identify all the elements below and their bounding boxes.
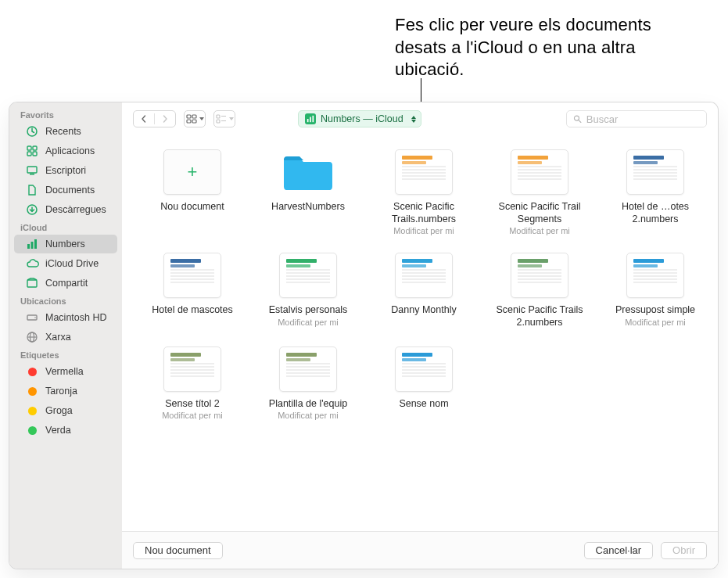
group-icon (214, 111, 235, 127)
open-button[interactable]: Obrir (661, 542, 707, 559)
tile-subtitle: Modificat per mi (278, 411, 339, 420)
chevron-updown-icon (411, 116, 416, 123)
sidebar-item-descàrregues[interactable]: Descàrregues (14, 200, 117, 219)
sidebar-item-label: iCloud Drive (45, 258, 99, 269)
file-thumb (163, 253, 221, 298)
svg-rect-10 (34, 239, 37, 249)
file-tile[interactable]: Scenic Pacific Trail SegmentsModificat p… (485, 149, 594, 235)
sidebar-item-label: Aplicacions (45, 145, 95, 156)
tag-icon (25, 364, 39, 379)
sidebar-item-label: Macintosh HD (45, 312, 107, 323)
sidebar-item-verda[interactable]: Verda (14, 421, 117, 440)
file-tile[interactable]: Plantilla de l'equipModificat per mi (253, 346, 363, 421)
dialog-body: FavoritsRecentsAplicacionsEscriptoriDocu… (9, 102, 718, 569)
cancel-button[interactable]: Cancel·lar (584, 542, 654, 559)
sidebar-item-compartit[interactable]: Compartit (14, 274, 117, 293)
sidebar-section-title: Etiquetes (9, 347, 122, 361)
sidebar-item-recents[interactable]: Recents (14, 122, 117, 141)
tile-title: Scenic Pacific Trail Segments (485, 201, 594, 225)
new-document-tile[interactable]: +Nou document (138, 149, 247, 235)
sidebar-item-label: Descàrregues (45, 204, 106, 215)
svg-rect-8 (27, 244, 30, 249)
search-field[interactable] (566, 110, 707, 127)
file-thumb (279, 346, 337, 392)
file-tile[interactable]: Scenic Pacific Trails 2.numbers (485, 253, 594, 328)
sidebar-item-icloud-drive[interactable]: iCloud Drive (14, 254, 117, 273)
tile-title: Pressupost simple (615, 304, 695, 317)
tile-title: Danny Monthly (391, 304, 456, 317)
location-label: Numbers — iCloud (321, 113, 403, 124)
network-icon (25, 330, 39, 344)
file-thumb (626, 149, 684, 195)
sidebar-item-vermella[interactable]: Vermella (14, 362, 117, 381)
file-tile[interactable]: Pressupost simpleModificat per mi (601, 253, 710, 328)
sidebar-item-macintosh-hd[interactable]: Macintosh HD (14, 308, 117, 327)
tile-subtitle: Modificat per mi (278, 318, 339, 327)
sidebar-item-xarxa[interactable]: Xarxa (14, 328, 117, 346)
file-tile[interactable]: Hotel de mascotes (138, 253, 247, 328)
doc-icon (25, 183, 39, 197)
numbers-app-icon (305, 113, 316, 124)
file-thumb (511, 253, 568, 298)
sidebar-item-numbers[interactable]: Numbers (14, 235, 117, 253)
file-grid: +Nou documentHarvestNumbersScenic Pacifi… (138, 149, 710, 420)
tile-title: Plantilla de l'equip (269, 398, 347, 411)
file-thumb (395, 346, 453, 392)
sidebar-item-label: Verda (45, 425, 71, 436)
tile-title: Hotel de mascotes (152, 304, 233, 317)
hd-icon (25, 311, 39, 325)
apps-icon (25, 144, 39, 158)
group-dropdown[interactable] (213, 110, 235, 127)
desktop-icon (25, 163, 39, 178)
file-thumb (395, 253, 453, 298)
location-dropdown[interactable]: Numbers — iCloud (298, 110, 421, 127)
sidebar-section-title: iCloud (9, 220, 122, 234)
clock-icon (25, 124, 39, 138)
new-document-button[interactable]: Nou document (133, 542, 223, 559)
svg-rect-17 (187, 115, 191, 118)
svg-rect-24 (221, 120, 226, 121)
sidebar-item-label: Taronja (45, 386, 77, 397)
file-tile[interactable]: Scenic Pacific Trails.numbersModificat p… (369, 149, 479, 235)
sidebar-item-aplicacions[interactable]: Aplicacions (14, 142, 117, 160)
tile-title: Scenic Pacific Trails 2.numbers (485, 304, 594, 328)
sidebar-item-groga[interactable]: Groga (14, 401, 117, 420)
tile-subtitle: Modificat per mi (625, 318, 686, 327)
sidebar: FavoritsRecentsAplicacionsEscriptoriDocu… (9, 102, 122, 569)
svg-rect-26 (310, 117, 311, 123)
sidebar-section-title: Favorits (9, 107, 122, 121)
folder-tile[interactable]: HarvestNumbers (253, 149, 363, 235)
file-tile[interactable]: Sense nom (369, 346, 479, 421)
forward-button[interactable] (155, 111, 175, 127)
tile-subtitle: Modificat per mi (393, 226, 454, 235)
file-tile[interactable]: Estalvis personalsModificat per mi (253, 253, 363, 328)
numbers-icon (25, 237, 39, 251)
file-tile[interactable]: Sense títol 2Modificat per mi (138, 346, 247, 421)
svg-rect-3 (27, 152, 31, 156)
svg-rect-6 (30, 174, 34, 175)
svg-rect-27 (313, 116, 314, 122)
search-icon (573, 114, 582, 124)
svg-rect-20 (192, 120, 196, 123)
sidebar-item-label: Xarxa (45, 332, 71, 343)
sidebar-item-taronja[interactable]: Taronja (14, 382, 117, 400)
back-button[interactable] (134, 111, 154, 127)
nav-back-forward (133, 110, 176, 127)
file-thumb (395, 149, 453, 195)
sidebar-item-documents[interactable]: Documents (14, 181, 117, 199)
svg-rect-9 (31, 242, 34, 249)
file-tile[interactable]: Danny Monthly (369, 253, 479, 328)
sidebar-item-label: Compartit (45, 278, 88, 289)
file-grid-scroll[interactable]: +Nou documentHarvestNumbersScenic Pacifi… (122, 135, 718, 531)
open-dialog-window: FavoritsRecentsAplicacionsEscriptoriDocu… (9, 102, 718, 569)
sidebar-item-label: Escriptori (45, 165, 86, 176)
tile-title: Sense nom (399, 398, 448, 411)
search-input[interactable] (586, 113, 700, 125)
sidebar-item-label: Numbers (45, 239, 85, 250)
svg-rect-5 (27, 167, 37, 173)
file-tile[interactable]: Hotel de …otes 2.numbers (601, 149, 710, 235)
view-mode-dropdown[interactable] (184, 110, 206, 127)
sidebar-item-escriptori[interactable]: Escriptori (14, 161, 117, 180)
icon-view-icon (185, 111, 205, 127)
tile-title: Estalvis personals (269, 304, 348, 317)
